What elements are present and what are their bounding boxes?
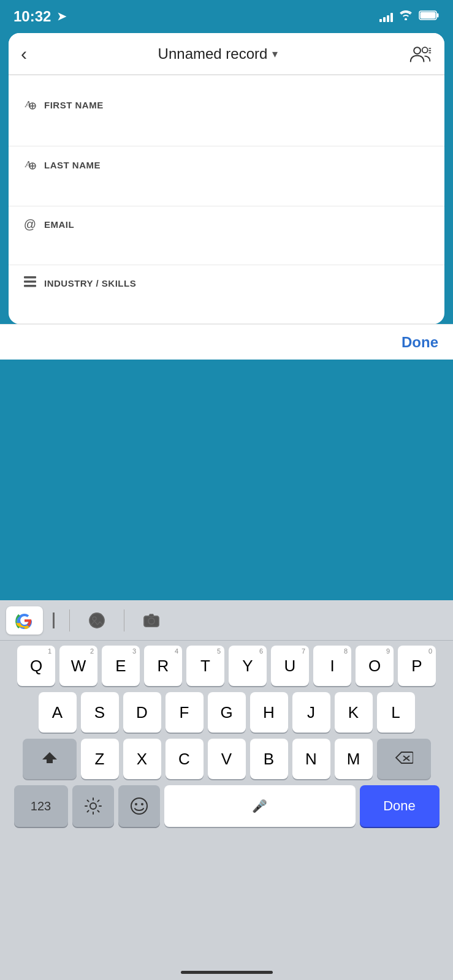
email-value[interactable] — [23, 236, 430, 256]
key-x[interactable]: X — [123, 739, 161, 779]
key-d[interactable]: D — [123, 692, 161, 733]
done-bar: Done — [0, 324, 453, 360]
status-bar: 10:32 ➤ — [0, 0, 453, 33]
key-z[interactable]: Z — [81, 739, 119, 779]
svg-point-28 — [135, 803, 137, 805]
cursor-bar — [53, 612, 55, 628]
space-key[interactable]: 🎤 — [164, 785, 356, 827]
svg-rect-2 — [421, 12, 436, 18]
email-field[interactable]: @ EMAIL — [9, 206, 444, 265]
keyboard-done-button[interactable]: Done — [360, 785, 440, 827]
key-b[interactable]: B — [250, 739, 288, 779]
main-card: ‹ Unnamed record ▾ A — [9, 33, 444, 324]
key-f[interactable]: F — [166, 692, 204, 733]
status-time: 10:32 ➤ — [13, 8, 66, 25]
keyboard[interactable]: 1Q 2W 3E 4R 5T 6Y 7U 8I 9O 0P A S D F G … — [0, 600, 453, 980]
svg-point-27 — [131, 798, 147, 814]
svg-point-29 — [141, 803, 143, 805]
title-chevron-icon: ▾ — [272, 47, 278, 61]
key-t[interactable]: 5T — [186, 646, 224, 686]
at-icon: @ — [23, 217, 37, 232]
key-y[interactable]: 6Y — [229, 646, 267, 686]
battery-icon — [419, 10, 440, 24]
keyboard-toolbar — [0, 600, 453, 641]
svg-rect-19 — [24, 285, 36, 287]
svg-point-4 — [422, 47, 428, 53]
image-keyboard-btn[interactable] — [78, 606, 115, 635]
camera-keyboard-btn[interactable] — [133, 606, 170, 635]
text-field-icon: A — [23, 97, 37, 113]
key-r[interactable]: 4R — [144, 646, 182, 686]
key-k[interactable]: K — [335, 692, 373, 733]
keyboard-row-bottom: 123 🎤 Done — [4, 785, 449, 827]
svg-point-26 — [90, 803, 96, 809]
svg-point-23 — [148, 618, 154, 624]
shift-key[interactable] — [23, 739, 77, 779]
done-button[interactable]: Done — [402, 334, 438, 351]
svg-point-21 — [93, 617, 96, 620]
keyboard-row-3: Z X C V B N M — [4, 739, 449, 779]
key-a[interactable]: A — [39, 692, 77, 733]
svg-rect-18 — [24, 281, 36, 283]
last-name-label: LAST NAME — [44, 160, 101, 170]
key-h[interactable]: H — [250, 692, 288, 733]
location-icon: ➤ — [57, 10, 66, 23]
industry-skills-label: INDUSTRY / SKILLS — [44, 278, 136, 288]
nav-bar: ‹ Unnamed record ▾ — [9, 33, 444, 75]
key-m[interactable]: M — [335, 739, 373, 779]
google-keyboard-btn[interactable] — [6, 606, 43, 635]
svg-point-20 — [89, 613, 104, 628]
industry-skills-value[interactable] — [23, 295, 430, 315]
keyboard-keys[interactable]: 1Q 2W 3E 4R 5T 6Y 7U 8I 9O 0P A S D F G … — [0, 641, 453, 834]
keyboard-row-2: A S D F G H J K L — [4, 692, 449, 733]
key-p[interactable]: 0P — [398, 646, 436, 686]
list-icon — [23, 276, 37, 290]
key-j[interactable]: J — [292, 692, 330, 733]
key-s[interactable]: S — [81, 692, 119, 733]
num-key[interactable]: 123 — [14, 785, 68, 827]
svg-point-3 — [414, 47, 421, 54]
email-label: EMAIL — [44, 219, 74, 230]
key-o[interactable]: 9O — [356, 646, 394, 686]
industry-skills-field[interactable]: INDUSTRY / SKILLS — [9, 265, 444, 324]
key-g[interactable]: G — [208, 692, 246, 733]
key-n[interactable]: N — [292, 739, 330, 779]
svg-rect-17 — [24, 276, 36, 279]
key-l[interactable]: L — [377, 692, 415, 733]
record-title[interactable]: Unnamed record ▾ — [158, 45, 278, 62]
home-indicator — [181, 971, 273, 974]
emoji-key[interactable] — [118, 785, 160, 827]
key-w[interactable]: 2W — [59, 646, 97, 686]
last-name-value[interactable] — [23, 178, 430, 197]
key-i[interactable]: 8I — [313, 646, 351, 686]
status-icons — [379, 10, 440, 24]
back-button[interactable]: ‹ — [21, 43, 27, 64]
backspace-key[interactable] — [377, 739, 431, 779]
key-e[interactable]: 3E — [102, 646, 140, 686]
last-name-field[interactable]: A LAST NAME — [9, 146, 444, 206]
key-q[interactable]: 1Q — [17, 646, 55, 686]
settings-key[interactable] — [72, 785, 114, 827]
keyboard-row-1: 1Q 2W 3E 4R 5T 6Y 7U 8I 9O 0P — [4, 646, 449, 686]
first-name-value[interactable] — [23, 118, 430, 137]
contacts-button[interactable] — [409, 42, 432, 66]
wifi-icon — [399, 10, 413, 23]
text-field-icon-2: A — [23, 157, 37, 173]
svg-rect-1 — [437, 13, 439, 17]
first-name-label: FIRST NAME — [44, 100, 104, 110]
key-c[interactable]: C — [166, 739, 204, 779]
first-name-field[interactable]: A FIRST NAME — [9, 86, 444, 146]
key-u[interactable]: 7U — [271, 646, 309, 686]
key-v[interactable]: V — [208, 739, 246, 779]
signal-icon — [379, 11, 393, 22]
